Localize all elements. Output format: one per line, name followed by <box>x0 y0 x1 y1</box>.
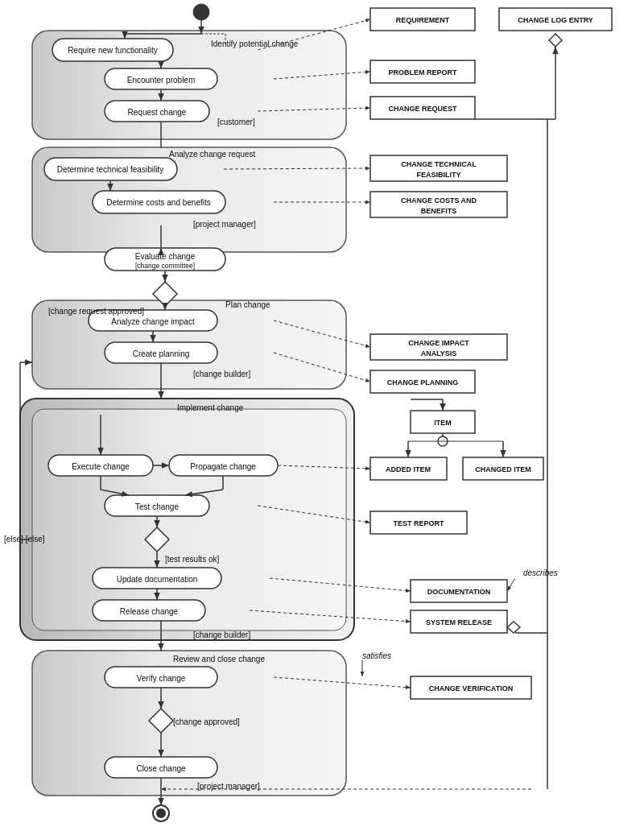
artifact-documentation-label: DOCUMENTATION <box>427 588 491 596</box>
artifact-added-item-label: ADDED ITEM <box>386 465 431 473</box>
system-release-diamond <box>507 622 520 633</box>
artifact-change-impact-label1: CHANGE IMPACT <box>408 339 469 347</box>
start-node <box>193 4 209 20</box>
artifact-change-tech-feas-label2: FEASIBILITY <box>416 171 460 179</box>
change-log-diamond <box>549 34 562 47</box>
label-analyze-change-request: Analyze change request <box>169 150 256 159</box>
artifact-system-release-label: SYSTEM RELEASE <box>426 618 492 626</box>
activity-request-change-label: Request change <box>128 108 187 117</box>
activity-close-change-label: Close change <box>136 764 186 773</box>
activity-create-planning-label: Create planning <box>133 349 190 358</box>
label-identify-change: Identify potential change <box>211 39 299 48</box>
label-project-manager-2: [project manager] <box>197 782 260 791</box>
label-project-manager-1: [project manager] <box>193 220 256 229</box>
label-change-req-approved: [change request approved] <box>48 307 144 316</box>
activity-det-tech-feas-label: Determine technical feasibility <box>57 165 163 174</box>
artifact-changed-item-label: CHANGED ITEM <box>475 465 531 473</box>
artifact-item-label: ITEM <box>434 419 452 427</box>
artifact-change-costs-label2: BENEFITS <box>421 207 457 215</box>
activity-evaluate-change-sublabel: [change committee] <box>135 262 195 270</box>
artifact-change-request-label: CHANGE REQUEST <box>388 105 457 113</box>
activity-propagate-change-label: Propagate change <box>190 462 256 471</box>
artifact-change-impact-label2: ANALYSIS <box>421 349 457 358</box>
label-test-results-ok: [test results ok] <box>165 555 219 564</box>
artifact-test-report-label: TEST REPORT <box>393 519 444 527</box>
artifact-change-planning-label: CHANGE PLANNING <box>387 378 459 386</box>
label-describes: describes <box>523 568 558 577</box>
activity-test-change-label: Test change <box>135 502 179 511</box>
activity-execute-change-label: Execute change <box>72 462 130 471</box>
artifact-requirement-label: REQUIREMENT <box>396 16 450 24</box>
label-change-approved: [change approved] <box>173 717 240 726</box>
label-satisfies: satisfies <box>362 651 391 660</box>
artifact-change-log-label: CHANGE LOG ENTRY <box>518 16 593 24</box>
activity-evaluate-change-label: Evaluate change <box>135 252 196 261</box>
label-plan-change: Plan change <box>225 300 270 309</box>
artifact-problem-report-label: PROBLEM REPORT <box>388 68 457 76</box>
label-customer: [customer] <box>217 118 255 126</box>
artifact-change-verification-label: CHANGE VERIFICATION <box>429 684 513 692</box>
activity-verify-change-label: Verify change <box>137 674 186 683</box>
activity-det-costs-label: Determine costs and benefits <box>106 198 211 207</box>
artifact-change-tech-feas-label1: CHANGE TECHNICAL <box>401 160 477 168</box>
activity-analyze-impact-label: Analyze change impact <box>111 317 195 326</box>
lane-implement-inner <box>32 409 346 630</box>
svg-line-54 <box>507 578 515 591</box>
activity-require-new-func-label: Require new functionality <box>68 46 158 55</box>
label-change-builder-2: [change builder] <box>193 630 250 639</box>
label-change-builder-1: [change builder] <box>193 370 250 378</box>
label-review-close-change: Review and close change <box>173 655 265 663</box>
activity-encounter-problem-label: Encounter problem <box>127 76 196 85</box>
activity-update-docs-label: Update documentation <box>117 575 198 584</box>
label-implement-change: Implement change <box>177 403 244 412</box>
artifact-change-costs-label1: CHANGE COSTS AND <box>401 196 477 205</box>
end-node-inner <box>156 808 166 818</box>
activity-release-change-label: Release change <box>120 607 179 616</box>
